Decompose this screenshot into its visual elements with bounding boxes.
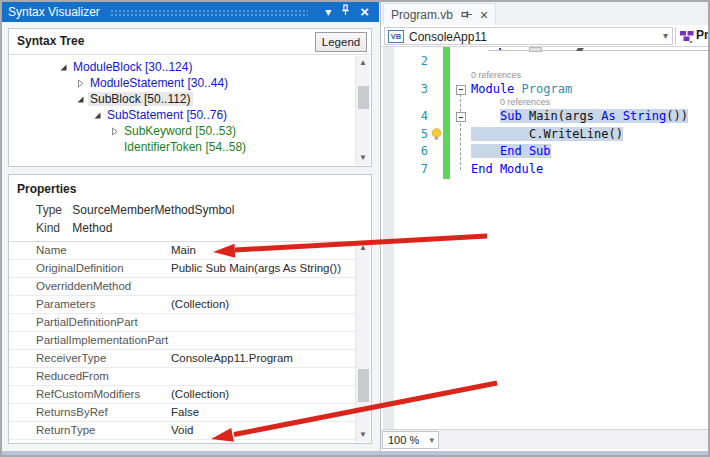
code-editor-pane: Program.vb × VB ConsoleApp11 ▾ [381,2,708,451]
line-number: 3 [381,81,428,99]
codelens-references[interactable]: 0 references [471,70,521,80]
syntax-tree-header: Syntax Tree Legend [9,29,371,55]
titlebar-drag-texture [110,9,308,18]
close-icon[interactable]: × [360,2,369,22]
pin-icon[interactable] [340,2,351,22]
tree-node-subkeyword[interactable]: SubKeyword [50..53) [9,123,355,139]
syntax-visualizer-toolwindow: Syntax Visualizer ▾ × Syntax Tree Legend… [2,2,381,451]
expander-expanded-icon[interactable] [58,62,69,73]
tab-program-vb[interactable]: Program.vb × [383,3,496,25]
tree-node-identifiertoken[interactable]: IdentifierToken [54..58) [9,139,355,155]
code-line-2[interactable]: 2 [381,53,708,71]
scrollbar-thumb[interactable] [358,86,369,109]
project-dropdown[interactable]: VB ConsoleApp11 ▾ [384,27,673,45]
codelens-row: 0 references [381,98,708,108]
properties-title: Properties [17,182,76,196]
scroll-up-icon[interactable]: ▲ [356,241,370,255]
properties-panel: Properties Type SourceMemberMethodSymbol… [8,174,372,444]
scroll-down-icon[interactable]: ▼ [356,428,370,442]
tab-title: Program.vb [391,8,453,22]
line-number: 6 [381,143,428,161]
property-row[interactable]: Parameters(Collection) [9,296,355,314]
toolwindow-titlebar[interactable]: Syntax Visualizer ▾ × [2,2,379,22]
expander-expanded-icon[interactable] [92,110,103,121]
project-name: ConsoleApp11 [409,30,487,44]
chevron-down-icon[interactable]: ▾ [663,30,668,41]
code-line-4[interactable]: 4 Sub Main(args As String()) [381,108,708,126]
editor-bottom-bar: 100 % ▾ [381,429,708,449]
window-bottom-edge [2,451,708,455]
line-number: 7 [381,161,428,179]
code-line-5[interactable]: 5 C.WriteLine() [381,126,708,144]
collapse-region-icon[interactable] [456,112,466,122]
navigation-bar: VB ConsoleApp11 ▾ Pro [381,25,708,47]
tree-scrollbar[interactable]: ▲ ▼ [355,56,370,165]
collapse-region-icon[interactable] [456,85,466,95]
expander-collapsed-icon[interactable] [75,78,86,89]
pin-tab-icon[interactable] [461,9,473,20]
property-row[interactable]: ReceiverTypeConsoleApp11.Program [9,350,355,368]
property-type-row: Type SourceMemberMethodSymbol [36,203,234,217]
tree-node-modulestatement[interactable]: ModuleStatement [30..44) [9,75,355,91]
toolwindow-title: Syntax Visualizer [8,5,100,19]
syntax-tree-panel: Syntax Tree Legend ModuleBlock [30..124)… [8,28,372,167]
property-row[interactable]: RefCustomModifiers(Collection) [9,386,355,404]
visual-studio-window: Syntax Visualizer ▾ × Syntax Tree Legend… [0,0,710,457]
legend-button[interactable]: Legend [315,32,367,52]
syntax-tree-title: Syntax Tree [17,34,84,48]
scroll-up-icon[interactable]: ▲ [356,56,370,70]
expander-collapsed-icon[interactable] [109,126,120,137]
properties-scrollbar[interactable]: ▲ ▼ [355,241,370,442]
member-dropdown[interactable]: Pro [696,28,708,42]
line-number: 5 [381,126,428,144]
codelens-references[interactable]: 0 references [500,97,550,107]
chevron-down-icon: ▾ [429,432,434,448]
vb-project-icon: VB [388,30,404,43]
scroll-down-icon[interactable]: ▼ [356,151,370,165]
scrollbar-thumb[interactable] [358,369,369,402]
code-line-7[interactable]: 7 End Module [381,161,708,179]
property-row[interactable]: PartialDefinitionPart [9,314,355,332]
property-row[interactable]: ReducedFrom [9,368,355,386]
window-position-chevron-icon[interactable]: ▾ [325,2,331,22]
zoom-level-dropdown[interactable]: 100 % ▾ [382,431,439,449]
property-row[interactable]: ReturnTypeVoid [9,422,355,440]
property-kind-row: Kind Method [36,221,112,235]
codelens-row: 0 references [381,71,708,81]
property-grid: NameMain OriginalDefinitionPublic Sub Ma… [9,241,355,440]
zoom-level-value: 100 % [388,434,419,446]
document-tabstrip: Program.vb × [381,2,708,25]
line-number: 2 [381,53,428,71]
code-line-3[interactable]: 3 Module Program [381,81,708,99]
property-row[interactable]: OverriddenMethod [9,278,355,296]
property-row[interactable]: OriginalDefinitionPublic Sub Main(args A… [9,260,355,278]
property-row[interactable]: ReturnsByRefFalse [9,404,355,422]
expander-expanded-icon[interactable] [75,94,86,105]
close-tab-icon[interactable]: × [480,7,488,23]
code-area[interactable]: 2 0 references 3 Module Program 0 refere… [381,47,708,429]
tree-node-substatement[interactable]: SubStatement [50..76) [9,107,355,123]
expander-spacer [109,142,120,153]
syntax-tree-view: ModuleBlock [30..124) ModuleStatement [3… [9,56,355,165]
code-line-6[interactable]: 6 End Sub [381,143,708,161]
tree-node-moduleblock[interactable]: ModuleBlock [30..124) [9,59,355,75]
line-number: 4 [381,108,428,126]
module-icon [680,29,694,47]
property-row[interactable]: PartialImplementationPart [9,332,355,350]
tree-node-subblock-selected[interactable]: SubBlock [50..112) [9,91,355,107]
navbar-separator [675,27,676,45]
property-row[interactable]: NameMain [9,242,355,260]
